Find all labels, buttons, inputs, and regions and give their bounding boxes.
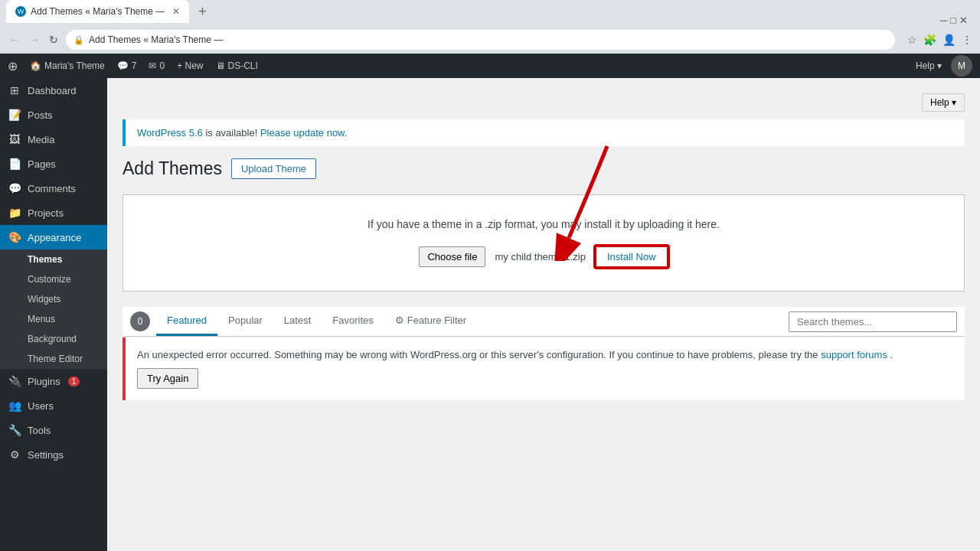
sidebar-sub-theme-editor[interactable]: Theme Editor (0, 349, 107, 369)
projects-icon: 📁 (8, 207, 21, 219)
choose-file-button[interactable]: Choose file (419, 246, 485, 267)
upload-form: Choose file my child theme 1.zip (146, 246, 941, 268)
themes-search (789, 311, 957, 332)
minimize-icon[interactable]: ─ (940, 15, 947, 26)
themes-tabs-bar: 0 Featured Popular Latest Favorites ⚙ (122, 307, 965, 337)
wp-version-link[interactable]: WordPress 5.6 (137, 127, 203, 139)
sidebar-sub-appearance: Themes Customize Widgets Menus Backgroun… (0, 249, 107, 369)
tools-icon: 🔧 (8, 424, 21, 436)
forward-button[interactable]: → (26, 31, 43, 49)
sidebar-sub-background[interactable]: Background (0, 329, 107, 349)
main-content: Help ▾ WordPress 5.6 is available! Pleas… (107, 78, 980, 551)
sidebar-item-users[interactable]: 👥 Users (0, 393, 107, 418)
sidebar-sub-themes[interactable]: Themes (0, 249, 107, 269)
admin-bar-avatar[interactable]: M (951, 55, 972, 77)
themes-count: 0 (130, 311, 150, 331)
tab-latest[interactable]: Latest (273, 307, 322, 336)
upload-theme-button[interactable]: Upload Theme (231, 158, 316, 179)
back-button[interactable]: ← (6, 31, 23, 49)
tab-favorites[interactable]: Favorites (322, 307, 384, 336)
lock-icon: 🔒 (74, 35, 84, 45)
tab-favicon: W (15, 6, 26, 17)
menu-icon[interactable]: ⋮ (960, 32, 974, 47)
page-title: Add Themes (122, 158, 222, 179)
tab-popular[interactable]: Popular (217, 307, 273, 336)
sidebar-sub-widgets[interactable]: Widgets (0, 289, 107, 309)
sidebar-item-comments[interactable]: 💬 Comments (0, 176, 107, 201)
upload-instruction: If you have a theme in a .zip format, yo… (146, 218, 941, 230)
tab-close-icon[interactable]: ✕ (172, 6, 180, 17)
tab-title: Add Themes « Maria's Theme — (31, 6, 165, 17)
arrow-annotation (500, 139, 653, 261)
sidebar-item-media[interactable]: 🖼 Media (0, 127, 107, 152)
profile-icon[interactable]: 👤 (941, 32, 957, 47)
media-icon: 🖼 (8, 133, 21, 145)
extension-icon[interactable]: 🧩 (922, 32, 938, 47)
posts-icon: 📝 (8, 109, 21, 121)
sidebar-item-settings[interactable]: ⚙ Settings (0, 442, 107, 467)
page-header: Add Themes Upload Theme (122, 158, 965, 179)
admin-bar-comments[interactable]: 💬 7 (117, 60, 137, 71)
plugins-badge: 1 (68, 377, 80, 386)
dashboard-icon: ⊞ (8, 84, 21, 96)
admin-bar-messages[interactable]: ✉ 0 (149, 60, 165, 71)
sidebar-item-pages[interactable]: 📄 Pages (0, 152, 107, 176)
appearance-icon: 🎨 (8, 231, 21, 243)
plugins-icon: 🔌 (8, 375, 21, 387)
gear-icon: ⚙ (395, 315, 404, 326)
themes-search-input[interactable] (789, 311, 957, 332)
browser-tab[interactable]: W Add Themes « Maria's Theme — ✕ (6, 0, 189, 23)
address-bar[interactable] (89, 34, 887, 45)
install-now-button[interactable]: Install Now (595, 246, 668, 268)
sidebar-item-dashboard[interactable]: ⊞ Dashboard (0, 78, 107, 103)
error-text: An unexpected error occurred. Something … (137, 349, 953, 360)
pages-icon: 📄 (8, 158, 21, 170)
restore-icon[interactable]: □ (950, 15, 956, 26)
settings-icon: ⚙ (8, 448, 21, 461)
sidebar: ⊞ Dashboard 📝 Posts 🖼 Media 📄 Pages 💬 Co… (0, 78, 107, 551)
new-tab-button[interactable]: + (192, 0, 213, 23)
admin-bar: ⊕ 🏠 Maria's Theme 💬 7 ✉ 0 + New 🖥 DS-CLI… (0, 54, 980, 78)
error-notice: An unexpected error occurred. Something … (122, 337, 965, 400)
bookmark-icon[interactable]: ☆ (906, 32, 919, 47)
help-button[interactable]: Help ▾ (922, 93, 965, 112)
admin-bar-cli[interactable]: 🖥 DS-CLI (216, 60, 258, 71)
sidebar-item-projects[interactable]: 📁 Projects (0, 201, 107, 225)
users-icon: 👥 (8, 399, 21, 412)
wp-logo-icon[interactable]: ⊕ (8, 59, 18, 73)
sidebar-sub-menus[interactable]: Menus (0, 309, 107, 329)
tab-featured[interactable]: Featured (156, 307, 217, 336)
admin-bar-new[interactable]: + New (177, 60, 203, 71)
sidebar-item-posts[interactable]: 📝 Posts (0, 103, 107, 127)
close-window-icon[interactable]: ✕ (959, 15, 968, 26)
upload-area: If you have a theme in a .zip format, yo… (122, 194, 965, 292)
file-name: my child theme 1.zip (495, 251, 586, 262)
admin-bar-site[interactable]: 🏠 Maria's Theme (30, 60, 105, 71)
sidebar-item-appearance[interactable]: 🎨 Appearance (0, 225, 107, 249)
update-link[interactable]: Please update now (260, 127, 345, 139)
sidebar-item-plugins[interactable]: 🔌 Plugins 1 (0, 369, 107, 393)
tab-feature-filter[interactable]: ⚙ Feature Filter (384, 307, 477, 336)
admin-bar-help[interactable]: Help ▾ (916, 60, 942, 71)
comments-icon: 💬 (8, 182, 21, 194)
themes-section: 0 Featured Popular Latest Favorites ⚙ (122, 307, 965, 400)
sidebar-sub-customize[interactable]: Customize (0, 269, 107, 289)
support-forums-link[interactable]: support forums (821, 349, 887, 360)
refresh-button[interactable]: ↻ (46, 31, 61, 49)
sidebar-item-tools[interactable]: 🔧 Tools (0, 418, 107, 442)
try-again-button[interactable]: Try Again (137, 368, 198, 389)
update-notice: WordPress 5.6 is available! Please updat… (122, 119, 965, 146)
